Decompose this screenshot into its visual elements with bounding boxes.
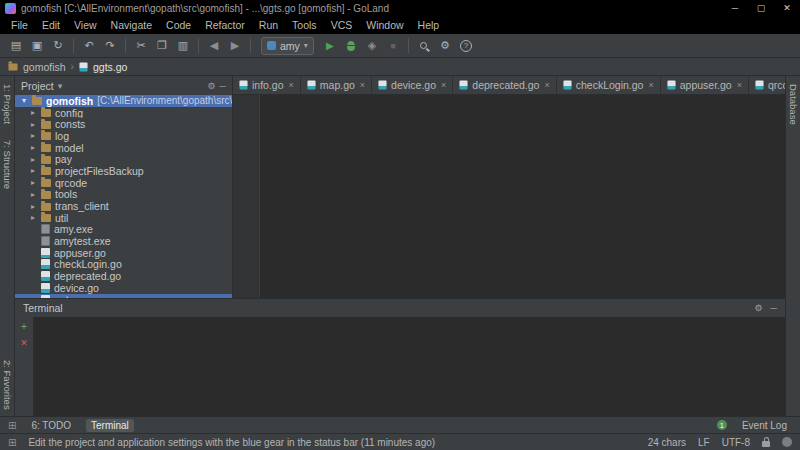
chevron-right-icon[interactable]: ▸	[29, 120, 37, 129]
search-everywhere-button[interactable]	[414, 36, 434, 56]
editor-code[interactable]	[260, 95, 785, 298]
project-item-tools[interactable]: ▸tools	[15, 189, 232, 201]
toolwindow-button-structure[interactable]: 7: Structure	[2, 140, 13, 189]
menu-refactor[interactable]: Refactor	[198, 17, 252, 34]
new-session-icon[interactable]: +	[21, 321, 27, 331]
stop-button[interactable]: ■	[383, 36, 403, 56]
menu-vcs[interactable]: VCS	[324, 17, 360, 34]
chevron-right-icon[interactable]: ▸	[29, 213, 37, 222]
readonly-lock-icon[interactable]	[762, 441, 770, 447]
menu-file[interactable]: File	[4, 17, 35, 34]
project-item-config[interactable]: ▸config	[15, 107, 232, 119]
chevron-right-icon[interactable]: ▸	[29, 190, 37, 199]
terminal-output[interactable]	[34, 317, 785, 416]
sync-icon[interactable]: ↻	[48, 36, 68, 56]
statusbar-toolwindow-toggle-icon[interactable]: ⊞	[8, 437, 16, 448]
hector-inspections-icon[interactable]	[782, 437, 792, 447]
tab-close-icon[interactable]: ×	[544, 80, 549, 90]
help-button[interactable]: ?	[456, 36, 476, 56]
coverage-button[interactable]: ◈	[362, 36, 382, 56]
hide-panel-icon[interactable]: ─	[220, 81, 226, 91]
code-editor[interactable]	[233, 95, 785, 298]
breadcrumb-project[interactable]: gomofish	[23, 61, 66, 73]
project-item-amytest-exe[interactable]: amytest.exe	[15, 235, 232, 247]
editor-tab-map-go[interactable]: map.go×	[301, 76, 372, 94]
tab-close-icon[interactable]: ×	[289, 80, 294, 90]
chevron-right-icon[interactable]: ▸	[29, 131, 37, 140]
menu-window[interactable]: Window	[359, 17, 410, 34]
editor-tab-deprecated-go[interactable]: deprecated.go×	[453, 76, 556, 94]
event-log-button[interactable]: Event Log	[737, 419, 792, 432]
toolwindow-button-database[interactable]: Database	[788, 84, 799, 125]
terminal-hide-icon[interactable]: ─	[771, 303, 777, 313]
menu-run[interactable]: Run	[252, 17, 285, 34]
run-button[interactable]: ▶	[320, 36, 340, 56]
selection-info[interactable]: 24 chars	[648, 437, 686, 448]
undo-icon[interactable]: ↶	[79, 36, 99, 56]
menu-edit[interactable]: Edit	[35, 17, 67, 34]
toolwindow-button-project[interactable]: 1: Project	[2, 84, 13, 124]
event-log-badge: 1	[717, 420, 727, 430]
project-item-projectFilesBackup[interactable]: ▸projectFilesBackup	[15, 165, 232, 177]
run-config-selector[interactable]: amy ▾	[261, 37, 314, 55]
chevron-expanded-icon[interactable]: ▾	[20, 96, 28, 105]
minimize-button[interactable]: ─	[722, 0, 748, 17]
maximize-button[interactable]: ▢	[748, 0, 774, 17]
editor-tab-device-go[interactable]: device.go×	[372, 76, 453, 94]
terminal-settings-icon[interactable]: ⚙	[755, 303, 763, 313]
debug-button[interactable]	[341, 36, 361, 56]
menu-code[interactable]: Code	[159, 17, 198, 34]
project-item-device-go[interactable]: device.go	[15, 282, 232, 294]
menu-navigate[interactable]: Navigate	[104, 17, 159, 34]
forward-icon[interactable]: ▶	[225, 36, 245, 56]
close-session-icon[interactable]: ✕	[20, 338, 28, 348]
redo-icon[interactable]: ↷	[100, 36, 120, 56]
editor-tab-checkLogin-go[interactable]: checkLogin.go×	[557, 76, 661, 94]
open-folder-icon[interactable]: ▤	[6, 36, 26, 56]
project-item-qrcode[interactable]: ▸qrcode	[15, 177, 232, 189]
project-item-deprecated-go[interactable]: deprecated.go	[15, 270, 232, 282]
copy-icon[interactable]: ❐	[152, 36, 172, 56]
project-item-trans_client[interactable]: ▸trans_client	[15, 200, 232, 212]
chevron-right-icon[interactable]: ▸	[29, 202, 37, 211]
tab-close-icon[interactable]: ×	[737, 80, 742, 90]
cut-icon[interactable]: ✂	[131, 36, 151, 56]
chevron-right-icon[interactable]: ▸	[29, 143, 37, 152]
chevron-right-icon[interactable]: ▸	[29, 166, 37, 175]
menu-help[interactable]: Help	[411, 17, 447, 34]
paste-icon[interactable]: ▥	[173, 36, 193, 56]
tab-close-icon[interactable]: ×	[648, 80, 653, 90]
editor-tab-info-go[interactable]: info.go×	[233, 76, 301, 94]
project-item-log[interactable]: ▸log	[15, 130, 232, 142]
project-settings-icon[interactable]: ⚙	[208, 81, 216, 91]
chevron-down-icon[interactable]: ▾	[58, 81, 63, 91]
save-all-icon[interactable]: ▣	[27, 36, 47, 56]
menu-view[interactable]: View	[67, 17, 104, 34]
tab-close-icon[interactable]: ×	[441, 80, 446, 90]
chevron-right-icon[interactable]: ▸	[29, 108, 37, 117]
line-separator-indicator[interactable]: LF	[698, 437, 710, 448]
project-item-consts[interactable]: ▸consts	[15, 118, 232, 130]
tab-close-icon[interactable]: ×	[360, 80, 365, 90]
toolwindow-button-terminal[interactable]: Terminal	[86, 419, 134, 432]
project-item-pay[interactable]: ▸pay	[15, 153, 232, 165]
project-item-amy-exe[interactable]: amy.exe	[15, 224, 232, 236]
settings-button[interactable]: ⚙	[435, 36, 455, 56]
encoding-indicator[interactable]: UTF-8	[722, 437, 750, 448]
project-root-row[interactable]: ▾gomofish[C:\AllEnvironment\gopath\src\g…	[15, 95, 232, 107]
chevron-right-icon[interactable]: ▸	[29, 155, 37, 164]
back-icon[interactable]: ◀	[204, 36, 224, 56]
project-item-appuser-go[interactable]: appuser.go	[15, 247, 232, 259]
project-item-util[interactable]: ▸util	[15, 212, 232, 224]
toolwindow-button-favorites[interactable]: 2: Favorites	[2, 360, 13, 410]
chevron-right-icon[interactable]: ▸	[29, 178, 37, 187]
toolwindow-button-todo[interactable]: 6: TODO	[26, 419, 76, 432]
toolwindow-switcher-icon[interactable]: ⊞	[8, 420, 16, 431]
menu-tools[interactable]: Tools	[285, 17, 324, 34]
editor-tab-appuser-go[interactable]: appuser.go×	[661, 76, 749, 94]
project-item-model[interactable]: ▸model	[15, 142, 232, 154]
project-panel-title[interactable]: Project	[21, 80, 54, 92]
close-button[interactable]: ✕	[774, 0, 800, 17]
project-item-checkLogin-go[interactable]: checkLogin.go	[15, 259, 232, 271]
breadcrumb-file[interactable]: ggts.go	[93, 61, 127, 73]
